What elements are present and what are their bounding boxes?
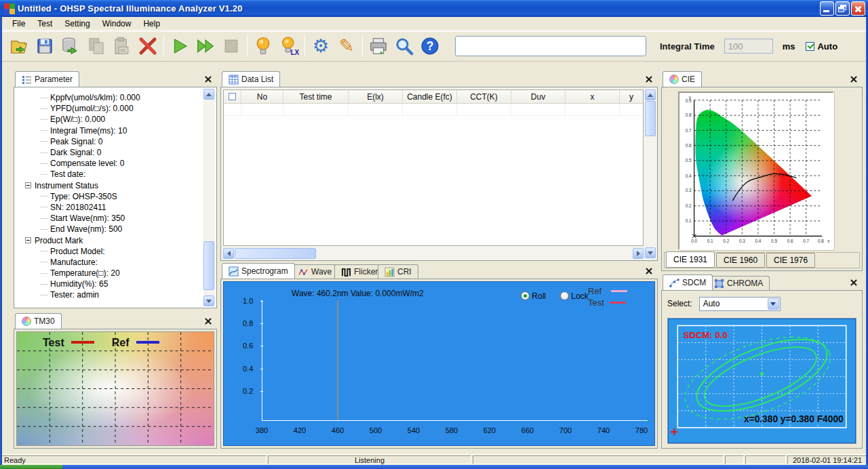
collapse-toggle-icon[interactable]	[25, 182, 31, 188]
tree-item[interactable]: Tester: admin	[16, 289, 203, 300]
scroll-down-button[interactable]	[203, 295, 214, 306]
open-button[interactable]	[6, 33, 32, 59]
tab-chroma[interactable]: CHROMA	[707, 276, 770, 290]
subtab-cie-1931[interactable]: CIE 1931	[666, 251, 715, 268]
stop-button[interactable]	[218, 33, 244, 59]
scroll-left-button[interactable]	[223, 248, 234, 259]
tree-item[interactable]: Kppfv(umol/s/klm): 0.000	[16, 92, 203, 103]
tree-item[interactable]: Product Model:	[16, 246, 203, 257]
tm30-close-icon[interactable]	[203, 317, 213, 326]
column-header-cct[interactable]: CCT(K)	[457, 90, 511, 103]
column-header-x[interactable]: x	[566, 90, 620, 103]
subtab-cie-1960[interactable]: CIE 1960	[716, 253, 765, 268]
zoom-button[interactable]	[391, 33, 417, 59]
tree-item[interactable]: Test date:	[16, 169, 203, 180]
settings-button[interactable]: ⚙	[308, 33, 334, 59]
lamp-lx-button[interactable]: LX	[276, 33, 302, 59]
tab-data-list[interactable]: Data List	[222, 71, 280, 87]
print-button[interactable]	[366, 33, 391, 59]
tree-node[interactable]: Instrument Status	[16, 180, 203, 191]
column-header-candle[interactable]: Candle E(fc)	[403, 90, 457, 103]
start-button-fragment[interactable]	[0, 465, 62, 469]
export-data-button[interactable]	[58, 33, 83, 59]
cie-close-icon[interactable]	[849, 75, 859, 84]
quick-input[interactable]	[455, 36, 646, 56]
tab-parameter[interactable]: Parameter	[15, 71, 79, 87]
integral-time-input[interactable]	[724, 39, 773, 54]
column-header-duv[interactable]: Duv	[511, 90, 566, 103]
sdcm-select-dropdown[interactable]: Auto	[699, 297, 781, 311]
single-test-button[interactable]	[167, 33, 193, 59]
subtab-cie-1976[interactable]: CIE 1976	[766, 253, 815, 268]
tree-item[interactable]: Start Wave(nm): 350	[16, 213, 203, 224]
data-list-hscrollbar[interactable]	[223, 248, 644, 260]
select-all-checkbox[interactable]	[229, 93, 236, 100]
tab-cie[interactable]: CIE	[663, 71, 702, 87]
tree-item[interactable]: Compensate level: 0	[16, 158, 203, 169]
tree-item[interactable]: Humidity(%): 65	[16, 279, 203, 289]
menu-window[interactable]: Window	[96, 18, 138, 30]
tab-tm30[interactable]: TM30	[15, 313, 62, 329]
dropdown-arrow-icon[interactable]	[768, 298, 779, 310]
roll-radio[interactable]: Roll	[521, 291, 546, 301]
roll-radio-icon[interactable]	[521, 291, 530, 300]
tree-item[interactable]: Ep(W/□): 0.000	[16, 114, 203, 125]
menu-file[interactable]: File	[6, 18, 31, 30]
delete-button[interactable]	[135, 33, 161, 59]
menu-setting[interactable]: Setting	[58, 18, 96, 30]
column-header-y[interactable]: y	[620, 90, 643, 103]
auto-checkbox[interactable]	[806, 42, 814, 51]
lamp-button[interactable]	[250, 33, 276, 59]
tab-sdcm[interactable]: SDCM	[663, 274, 713, 290]
data-table: No Test time E(lx) Candle E(fc) CCT(K) D…	[223, 89, 644, 246]
data-list-vscrollbar[interactable]	[645, 89, 656, 258]
tree-item[interactable]: SN: 201802411	[16, 202, 203, 213]
menu-help[interactable]: Help	[137, 18, 166, 30]
scroll-up-button[interactable]	[645, 89, 656, 100]
tab-wave[interactable]: Wave	[292, 264, 338, 279]
tree-item[interactable]: Type: OHSP-350S	[16, 191, 203, 202]
tree-item[interactable]: Manufacture:	[16, 257, 203, 268]
wavelength-cursor[interactable]	[337, 300, 338, 420]
save-button[interactable]	[32, 33, 58, 59]
sdcm-close-icon[interactable]	[849, 278, 859, 287]
restore-button[interactable]	[835, 1, 850, 16]
data-list-close-icon[interactable]	[644, 75, 654, 84]
scroll-right-button[interactable]	[633, 248, 644, 259]
tree-node[interactable]: Product Mark	[16, 234, 203, 245]
tree-item[interactable]: Dark Signal: 0	[16, 147, 203, 158]
parameter-close-icon[interactable]	[203, 75, 213, 84]
help-button[interactable]: ?	[417, 33, 443, 59]
parameter-scrollbar[interactable]	[203, 89, 215, 306]
title-bar[interactable]: Untitled - OHSP Spectral Illuminance Ana…	[0, 0, 868, 17]
continuous-test-button[interactable]	[193, 33, 218, 59]
column-header-no[interactable]: No	[241, 90, 283, 103]
tree-item[interactable]: Integral Time(ms): 10	[16, 125, 203, 136]
scroll-thumb[interactable]	[645, 101, 656, 136]
minimize-button[interactable]	[820, 1, 834, 16]
lock-radio[interactable]: Lock	[560, 291, 589, 301]
scroll-thumb[interactable]	[203, 241, 214, 290]
lock-radio-icon[interactable]	[560, 291, 569, 300]
column-header-test-time[interactable]: Test time	[283, 90, 349, 103]
scroll-up-button[interactable]	[203, 89, 214, 100]
tree-item[interactable]: YPFD(umol/□/s): 0.000	[16, 103, 203, 114]
tree-item[interactable]: Peak Signal: 0	[16, 136, 203, 147]
paste-button[interactable]	[109, 33, 135, 59]
collapse-toggle-icon[interactable]	[25, 237, 31, 243]
select-all-header[interactable]	[224, 90, 241, 103]
svg-text:?: ?	[427, 39, 434, 53]
tree-item[interactable]: End Wave(nm): 500	[16, 224, 203, 234]
spectrogram-close-icon[interactable]	[644, 266, 654, 276]
scroll-down-button[interactable]	[645, 247, 656, 258]
copy-button[interactable]	[83, 33, 109, 59]
tab-spectrogram[interactable]: Spectrogram	[222, 263, 295, 279]
close-button[interactable]	[851, 1, 865, 16]
tree-item[interactable]: Temperature(□): 20	[16, 268, 203, 279]
menu-test[interactable]: Test	[31, 18, 58, 30]
scroll-thumb[interactable]	[235, 248, 316, 259]
edit-button[interactable]: ✎	[334, 33, 359, 59]
ms-unit-label: ms	[783, 41, 795, 52]
column-header-elx[interactable]: E(lx)	[349, 90, 403, 103]
tab-cri[interactable]: CRI	[378, 264, 418, 279]
